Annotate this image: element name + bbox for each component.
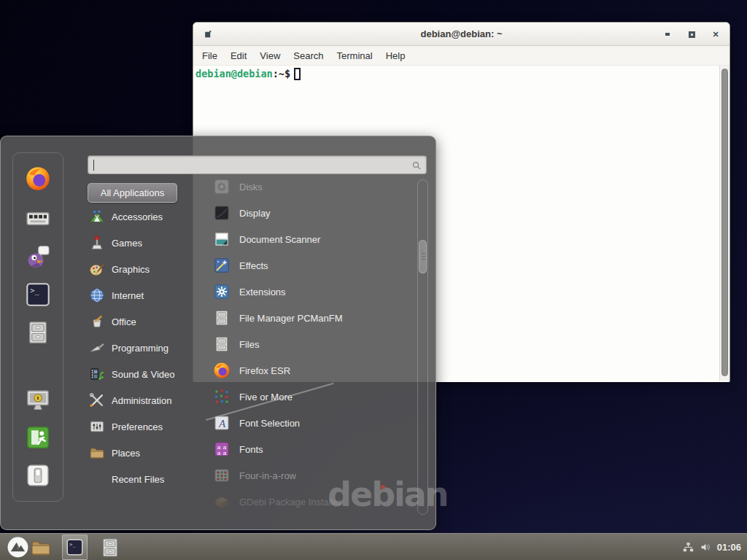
app-item-label: Four-in-a-row <box>239 470 296 481</box>
clock[interactable]: 01:06 <box>717 542 743 553</box>
category-label: Administration <box>112 395 171 406</box>
category-places[interactable]: Places <box>89 440 198 466</box>
terminal-menubar: FileEditViewSearchTerminalHelp <box>193 46 729 66</box>
window-title: debian@debian: ~ <box>193 23 729 46</box>
accessories-icon <box>89 209 105 225</box>
network-icon[interactable] <box>682 541 694 553</box>
category-label: Recent Files <box>112 474 164 485</box>
favorite-logout[interactable] <box>25 424 51 451</box>
app-item-label: Document Scanner <box>239 234 320 245</box>
svg-text:a: a <box>217 450 221 456</box>
terminal-icon: >_ <box>25 281 51 308</box>
category-graphics[interactable]: Graphics <box>89 256 198 282</box>
close-button[interactable]: ✕ <box>707 26 724 43</box>
category-office[interactable]: Office <box>89 308 198 335</box>
category-all-applications[interactable]: All Applications <box>88 183 177 203</box>
terminal-titlebar[interactable]: debian@debian: ~ ✕ <box>193 23 729 46</box>
terminal-menu-terminal[interactable]: Terminal <box>330 46 379 66</box>
volume-icon[interactable] <box>700 541 712 553</box>
preferences-icon <box>89 419 105 435</box>
app-item-label: Fonts <box>239 444 263 455</box>
file-cabinet-icon <box>213 335 231 353</box>
favorite-pidgin[interactable] <box>25 244 51 270</box>
favorite-shutdown[interactable] <box>25 462 51 489</box>
category-internet[interactable]: Internet <box>89 282 198 308</box>
app-item-gdebi-package-installer[interactable]: GDebi Package Installer <box>207 489 416 515</box>
app-item-label: Extensions <box>239 287 286 298</box>
category-list: AccessoriesGamesGraphicsInternetOfficePr… <box>89 203 198 492</box>
gdebi-icon <box>213 493 231 510</box>
app-item-label: Display <box>239 208 271 219</box>
favorite-file-manager[interactable] <box>25 319 51 346</box>
category-administration[interactable]: Administration <box>89 387 198 413</box>
sound-video-icon <box>89 366 105 382</box>
close-icon: ✕ <box>712 31 719 39</box>
app-item-label: File Manager PCManFM <box>239 313 343 324</box>
app-list-scrollbar-thumb[interactable] <box>419 240 427 273</box>
category-preferences[interactable]: Preferences <box>89 413 198 440</box>
app-item-label: Effects <box>239 260 268 271</box>
document-scanner-icon <box>213 230 231 248</box>
menu-search-box[interactable] <box>88 155 427 174</box>
app-item-disks[interactable]: Disks <box>207 174 416 200</box>
maximize-icon <box>689 31 695 38</box>
category-accessories[interactable]: Accessories <box>89 203 198 230</box>
administration-icon <box>89 392 105 408</box>
favorite-firefox[interactable] <box>25 166 51 192</box>
graphics-icon <box>89 261 105 277</box>
internet-icon <box>89 287 105 303</box>
terminal-menu-help[interactable]: Help <box>379 46 412 66</box>
app-item-five-or-more[interactable]: Five or More <box>207 384 416 410</box>
category-label: Programming <box>112 343 169 354</box>
svg-text:A: A <box>218 418 226 429</box>
taskbar-launcher-files[interactable] <box>99 537 121 559</box>
svg-text:a: a <box>223 450 227 456</box>
category-label: Office <box>112 316 136 327</box>
minimize-button[interactable] <box>659 26 676 43</box>
app-item-display[interactable]: Display <box>207 200 416 226</box>
search-input[interactable] <box>94 158 408 172</box>
desktop: { "desktop": { "watermark_text": "debian… <box>0 0 747 560</box>
terminal-cursor <box>294 68 301 80</box>
disks-icon <box>213 178 231 195</box>
pidgin-icon <box>25 244 51 270</box>
minimize-icon <box>665 33 670 36</box>
category-games[interactable]: Games <box>89 230 198 256</box>
terminal-menu-view[interactable]: View <box>253 46 287 66</box>
favorite-terminal[interactable]: >_ <box>25 281 51 308</box>
app-item-files[interactable]: Files <box>207 331 416 357</box>
terminal-menu-edit[interactable]: Edit <box>224 46 253 66</box>
app-list-scrollbar[interactable] <box>417 179 428 515</box>
terminal-menu-file[interactable]: File <box>196 46 224 66</box>
app-item-extensions[interactable]: Extensions <box>207 279 416 305</box>
font-selection-icon: A <box>213 414 231 432</box>
terminal-scrollbar-thumb[interactable] <box>721 69 728 376</box>
terminal-menu-search[interactable]: Search <box>287 46 330 66</box>
file-cabinet-icon <box>99 537 121 559</box>
app-item-label: Font Selection <box>239 418 300 429</box>
four-in-a-row-icon <box>213 467 231 484</box>
app-item-fonts[interactable]: aaaaFonts <box>207 436 416 462</box>
category-recent-files[interactable]: Recent Files <box>89 466 198 492</box>
maximize-button[interactable] <box>683 26 700 43</box>
app-item-four-in-a-row[interactable]: Four-in-a-row <box>207 462 416 489</box>
favorite-input-method[interactable] <box>25 206 51 232</box>
programming-icon <box>89 340 105 356</box>
category-programming[interactable]: Programming <box>89 335 198 361</box>
places-icon <box>89 445 105 461</box>
shutdown-icon <box>25 462 51 489</box>
category-label: Sound & Video <box>112 369 175 380</box>
menu-button[interactable] <box>7 536 29 559</box>
category-sound-video[interactable]: Sound & Video <box>89 361 198 387</box>
taskbar-launcher-file-manager[interactable] <box>30 537 52 559</box>
app-item-firefox-esr[interactable]: Firefox ESR <box>207 357 416 384</box>
app-item-font-selection[interactable]: AFont Selection <box>207 410 416 436</box>
app-item-file-manager-pcmanfm[interactable]: File Manager PCManFM <box>207 305 416 331</box>
taskbar-launcher-terminal[interactable]: >_ <box>62 534 88 560</box>
terminal-scrollbar[interactable] <box>719 66 729 381</box>
terminal-prompt: debian@debian:~$ <box>196 68 301 80</box>
favorite-lock-screen[interactable] <box>25 386 51 413</box>
app-item-effects[interactable]: Effects <box>207 252 416 279</box>
app-item-document-scanner[interactable]: Document Scanner <box>207 226 416 252</box>
svg-text:>_: >_ <box>69 541 76 548</box>
